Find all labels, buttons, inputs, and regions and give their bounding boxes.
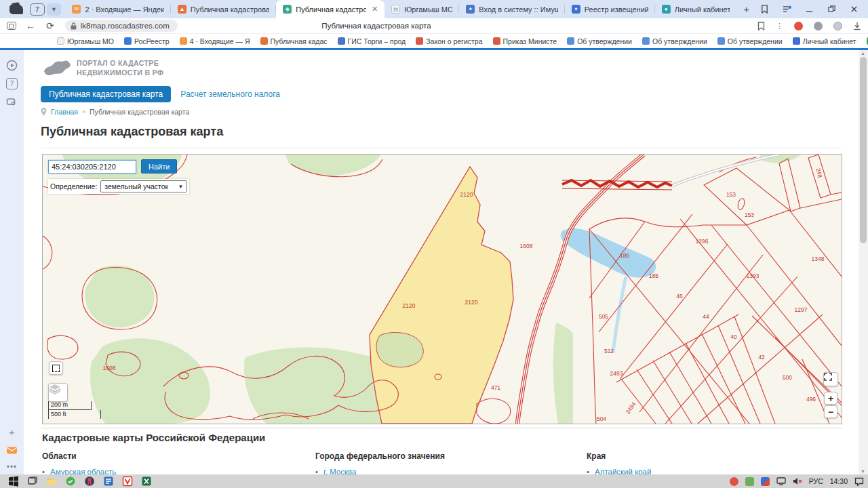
sidebar-toggle-icon[interactable] — [7, 22, 16, 30]
tab-close-icon[interactable]: ✕ — [372, 5, 378, 14]
layers-button[interactable] — [48, 383, 68, 402]
tabs-panel-icon[interactable]: 7 — [6, 78, 18, 89]
tray-app-2-icon[interactable] — [745, 477, 754, 486]
tab-list-chevron-icon[interactable]: ▼ — [47, 3, 62, 16]
mail-rail-icon[interactable] — [6, 445, 18, 456]
bookmark-item-1[interactable]: РосРеестр — [124, 37, 170, 45]
bookmark-label: Об утверждении — [652, 37, 707, 45]
video-player-icon[interactable] — [6, 60, 18, 71]
windows-taskbar: РУС 14:30 — [0, 474, 868, 488]
bookmark-favicon — [642, 37, 650, 45]
language-indicator[interactable]: РУС — [809, 477, 823, 485]
bookmark-favicon — [567, 37, 574, 45]
network-icon[interactable] — [776, 477, 786, 485]
breadcrumb-home-link[interactable]: Главная — [51, 108, 78, 116]
tab-title: Вход в систему :: Имуще — [479, 5, 557, 14]
tab-public-map[interactable]: Публичная кадастровая карта — [41, 86, 171, 102]
restore-button[interactable] — [827, 5, 836, 14]
definition-select[interactable]: земельный участок▼ — [100, 180, 187, 192]
cadastral-map[interactable]: 2120160821202120471160818618515315324812… — [42, 154, 842, 424]
antivirus-icon[interactable] — [65, 476, 76, 487]
rail-add-icon[interactable]: + — [6, 426, 18, 438]
close-window-button[interactable] — [850, 5, 859, 14]
extension-icon-3[interactable] — [833, 22, 842, 30]
browser-menu-icon[interactable] — [9, 5, 23, 14]
scrollbar-thumb[interactable] — [860, 57, 867, 243]
scale-metric: 200 m — [48, 401, 92, 410]
bookmark-label: Приказ Министе — [503, 37, 557, 45]
browser-tab-1[interactable]: ▲Публичная кадастровая — [171, 0, 276, 18]
back-button[interactable]: ← — [26, 20, 35, 31]
tray-app-3-icon[interactable] — [761, 477, 770, 486]
breadcrumb-separator: » — [82, 108, 85, 115]
reload-button[interactable]: ⟳ — [46, 20, 54, 31]
footer-column-0: ОбластиАмурская область — [42, 451, 116, 476]
map-search: Найти — [48, 159, 177, 174]
parcel-label: 471 — [491, 384, 500, 391]
action-center-icon[interactable] — [854, 477, 864, 486]
bookmark-item-4[interactable]: ГИС Торги – прод — [338, 37, 406, 45]
browser-tab-4[interactable]: ✦Вход в систему :: Имуще — [459, 0, 564, 18]
scroll-down-arrow[interactable]: ▼ — [861, 469, 865, 474]
parcel-label: 185 — [649, 272, 658, 279]
clock[interactable]: 14:30 — [830, 477, 848, 485]
bookmark-item-8[interactable]: Об утверждении — [642, 37, 707, 45]
browser-tab-6[interactable]: ●Личный кабинет — [655, 0, 737, 18]
scroll-up-arrow[interactable]: ▲ — [861, 51, 865, 56]
start-button[interactable] — [8, 476, 19, 487]
tab-counter[interactable]: 7 — [30, 3, 45, 16]
tab-title: 2 · Входящие — Яндекс П — [85, 5, 163, 14]
browser-tab-2[interactable]: ◈Публичная кадастров✕ — [276, 0, 384, 18]
tab-title: Юргамыш МО — [404, 5, 452, 14]
logo-line1: ПОРТАЛ О КАДАСТРЕ — [77, 59, 163, 68]
bookmark-item-0[interactable]: Юргамыш МО — [57, 37, 114, 45]
url-field[interactable]: lk8map.roscadastres.com — [65, 20, 178, 32]
page-scrollbar[interactable]: ▲ ▼ — [859, 50, 868, 474]
fullscreen-button[interactable] — [823, 372, 838, 386]
cadastral-search-input[interactable] — [48, 160, 136, 174]
parcel-label: 504 — [597, 415, 606, 422]
rail-more-icon[interactable]: ••• — [6, 462, 18, 474]
bookmark-item-7[interactable]: Об утверждении — [567, 37, 632, 45]
red-v-app-icon[interactable] — [122, 476, 133, 487]
yandex-browser-icon[interactable] — [84, 476, 95, 487]
zoom-in-button[interactable]: + — [824, 392, 837, 405]
bookmark-item-10[interactable]: Личный кабинет — [793, 37, 856, 45]
parcel-label: 1296 — [696, 238, 709, 245]
parcel-label: 46 — [676, 293, 682, 300]
bookmark-label: Об утверждении — [577, 37, 632, 45]
browser-tab-0[interactable]: ✉2 · Входящие — Яндекс П — [65, 0, 170, 18]
extension-icon-2[interactable] — [814, 22, 823, 30]
find-button[interactable]: Найти — [141, 159, 177, 174]
bookmarks-panel-icon[interactable] — [760, 5, 769, 14]
volume-muted-icon[interactable] — [793, 477, 802, 485]
omnibox-page-title: Публичная кадастровая карта — [292, 22, 461, 30]
browser-tab-5[interactable]: ✦Реестр извещений — [565, 0, 655, 18]
collections-flag-icon[interactable] — [757, 22, 765, 30]
bookmark-item-6[interactable]: Приказ Министе — [493, 37, 557, 45]
bookmark-item-3[interactable]: Публичная кадас — [260, 37, 328, 45]
browser-tab-3[interactable]: ▤Юргамыш МО — [384, 0, 459, 18]
bookmark-favicon — [717, 37, 725, 45]
parcel-labels-layer: 2120160821202120471160818618515315324812… — [43, 155, 842, 424]
blue-doc-app-icon[interactable] — [103, 476, 114, 487]
minimize-button[interactable] — [805, 5, 814, 14]
tab-land-tax-link[interactable]: Расчет земельного налога — [180, 89, 280, 99]
extension-icon-1[interactable] — [794, 22, 803, 30]
omnibox-menu-icon[interactable]: ⋮ — [776, 22, 783, 30]
footer-heading: Кадастровые карты Российской Федерации — [42, 432, 265, 443]
tray-app-1-icon[interactable] — [730, 477, 738, 486]
excel-icon[interactable] — [141, 476, 152, 487]
downloads-icon[interactable] — [853, 22, 861, 30]
bookmark-item-5[interactable]: Закон о регистра — [416, 37, 482, 45]
file-explorer-icon[interactable] — [46, 476, 57, 487]
new-tab-button[interactable]: + — [736, 3, 756, 15]
screenshot-icon[interactable] — [6, 96, 18, 108]
bookmark-item-2[interactable]: 4 · Входящие — Я — [180, 37, 250, 45]
zoom-out-button[interactable]: − — [824, 405, 837, 418]
bookmark-item-9[interactable]: Об утверждении — [717, 37, 783, 45]
bookmark-label: Закон о регистра — [426, 37, 482, 45]
side-panel-icon[interactable] — [783, 5, 791, 14]
task-view-button[interactable] — [27, 476, 38, 487]
extent-tool-button[interactable] — [49, 361, 63, 375]
